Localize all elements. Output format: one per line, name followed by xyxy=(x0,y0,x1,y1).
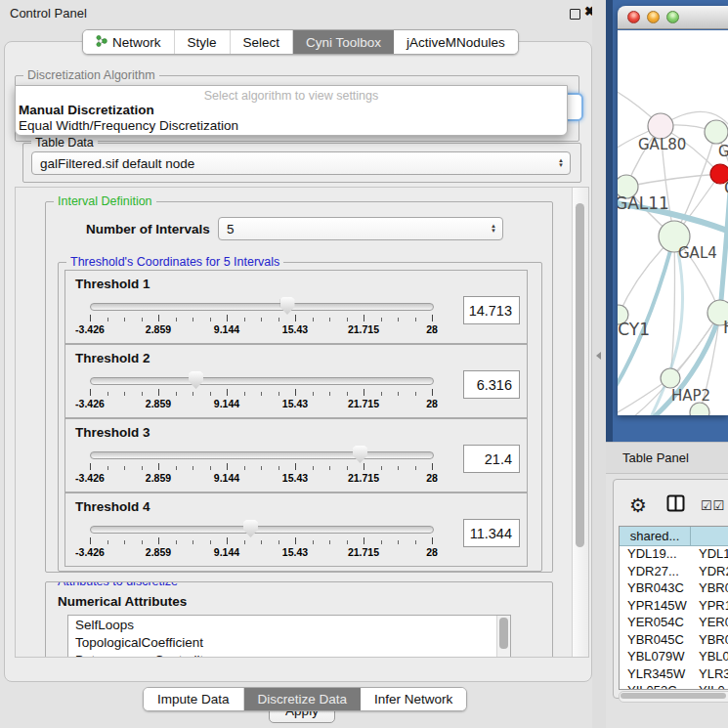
mac-zoom-icon[interactable] xyxy=(666,11,679,23)
network-node-label: GA xyxy=(718,143,728,160)
node-table[interactable]: shared... na YDL19...YDL1YDR27...YDR2YBR… xyxy=(619,526,728,690)
cell-shared-name[interactable]: YPR145W xyxy=(620,598,691,616)
cell-name[interactable]: YPR1 xyxy=(691,598,728,616)
threshold-3-slider-handle[interactable] xyxy=(353,446,367,463)
network-node[interactable] xyxy=(705,120,728,144)
threshold-2-tick-labels: -3.4262.8599.14415.4321.71528 xyxy=(65,398,527,410)
cell-shared-name[interactable]: YDR27... xyxy=(620,564,691,581)
network-view[interactable]: GAL80GAGAL11CGAL4GCY1HHAP2 xyxy=(618,30,728,415)
cell-name[interactable]: YBR0 xyxy=(691,580,728,598)
number-of-intervals-spinner[interactable]: 5 ▲▼ xyxy=(218,217,503,240)
threshold-2-ticks xyxy=(65,389,527,397)
threshold-4-slider-track[interactable] xyxy=(90,526,434,534)
threshold-4-value-field[interactable]: 11.344 xyxy=(463,519,520,547)
algorithm-dropdown-popup: Select algorithm to view settings Manual… xyxy=(15,85,568,136)
threshold-1-label: Threshold 1 xyxy=(75,277,150,291)
threshold-1-slider-track[interactable] xyxy=(90,303,434,311)
tab-jactivemnodules[interactable]: jActiveMNodules xyxy=(394,30,518,54)
mac-close-icon[interactable] xyxy=(627,11,640,23)
tab-network-label: Network xyxy=(112,35,161,50)
numerical-attributes-label: Numerical Attributes xyxy=(58,594,187,609)
threshold-4-box: Threshold 4 -3.4262.8599.14415.4321.7152… xyxy=(64,492,528,567)
tab-impute-data[interactable]: Impute Data xyxy=(144,688,244,710)
threshold-2-label: Threshold 2 xyxy=(75,351,150,365)
cell-name[interactable]: YLR3 xyxy=(691,666,728,684)
cell-shared-name[interactable]: YDL19... xyxy=(620,546,691,564)
cell-shared-name[interactable]: YBL079W xyxy=(620,649,691,666)
cell-name[interactable]: YBL0 xyxy=(691,649,728,666)
threshold-4-tick-labels: -3.4262.8599.14415.4321.71528 xyxy=(65,546,527,559)
table-row[interactable]: YER054CYER0 xyxy=(620,615,728,632)
network-node-label: GAL4 xyxy=(678,244,717,262)
tab-network[interactable]: Network xyxy=(83,30,175,54)
settings-scrollbar[interactable] xyxy=(572,188,588,657)
table-data-combobox[interactable]: galFiltered.sif default node ▲▼ xyxy=(31,151,571,175)
table-row[interactable]: YDL19...YDL1 xyxy=(620,546,728,564)
table-panel-body: ⚙ ☑☑ shared... na YDL19...YDL1YDR27...YD… xyxy=(613,479,728,699)
threshold-2-value-field[interactable]: 6.316 xyxy=(463,370,520,399)
column-layout-icon[interactable] xyxy=(666,494,685,516)
table-panel-section: Table Panel ⚙ ☑☑ shared... na YDL19...YD… xyxy=(606,442,728,728)
tab-infer-network[interactable]: Infer Network xyxy=(361,688,466,710)
threshold-2-slider-handle[interactable] xyxy=(189,371,203,389)
table-row[interactable]: YLR345WYLR3 xyxy=(620,666,728,684)
tab-discretize-data[interactable]: Discretize Data xyxy=(244,688,362,710)
tab-select[interactable]: Select xyxy=(231,30,294,54)
cell-shared-name[interactable]: YBR045C xyxy=(620,632,691,650)
threshold-1-slider-handle[interactable] xyxy=(280,297,295,315)
algorithm-option-equal-width[interactable]: Equal Width/Frequency Discretization xyxy=(19,118,238,133)
tab-cyni-toolbox[interactable]: Cyni Toolbox xyxy=(293,30,394,54)
attributes-group: Attributes to discretize Numerical Attri… xyxy=(45,581,553,658)
splitter-grip-icon[interactable] xyxy=(596,352,601,360)
column-header-name[interactable]: na xyxy=(691,527,728,546)
settings-scroll-area: Interval Definition Number of Intervals … xyxy=(15,187,589,658)
threshold-3-slider-track[interactable] xyxy=(90,451,434,459)
network-window-titlebar[interactable] xyxy=(618,6,728,29)
desktop-edge xyxy=(606,0,613,442)
cell-name[interactable]: YDL1 xyxy=(691,546,728,564)
table-row[interactable]: YBR045CYBR0 xyxy=(620,632,728,650)
cell-name[interactable]: YER0 xyxy=(691,615,728,632)
select-columns-icons[interactable]: ☑☑ xyxy=(701,498,725,513)
threshold-4-label: Threshold 4 xyxy=(75,499,150,514)
panel-title: Control Panel xyxy=(10,6,87,21)
table-row[interactable]: YBR043CYBR0 xyxy=(620,580,728,598)
threshold-3-value-field[interactable]: 21.4 xyxy=(463,445,520,473)
list-scrollbar[interactable] xyxy=(496,616,510,658)
panel-splitter[interactable] xyxy=(592,0,606,728)
list-item[interactable]: BetweennessCentrality xyxy=(75,653,210,658)
bottom-tab-bar: Impute Data Discretize Data Infer Networ… xyxy=(143,687,467,711)
column-header-shared-name[interactable]: shared... xyxy=(620,527,691,546)
table-row[interactable]: YIL052CYIL0 xyxy=(620,683,728,690)
threshold-coordinates-title: Threshold's Coordinates for 5 Intervals xyxy=(66,255,283,269)
table-row[interactable]: YPR145WYPR1 xyxy=(620,598,728,616)
mac-minimize-icon[interactable] xyxy=(647,11,660,23)
list-item[interactable]: TopologicalCoefficient xyxy=(75,635,203,650)
cell-name[interactable]: YIL0 xyxy=(691,683,728,690)
algorithm-option-manual[interactable]: Manual Discretization xyxy=(19,103,154,117)
table-panel-header: Table Panel xyxy=(606,442,728,474)
network-node[interactable] xyxy=(661,368,680,388)
cell-shared-name[interactable]: YER054C xyxy=(620,615,691,632)
threshold-1-ticks xyxy=(65,315,527,322)
settings-scrollbar-thumb[interactable] xyxy=(576,203,584,547)
table-hscrollbar[interactable] xyxy=(619,691,728,703)
table-row[interactable]: YBL079WYBL0 xyxy=(620,649,728,666)
cell-shared-name[interactable]: YLR345W xyxy=(620,666,691,684)
cell-shared-name[interactable]: YIL052C xyxy=(620,683,691,690)
threshold-1-value-field[interactable]: 14.713 xyxy=(463,296,520,324)
table-row[interactable]: YDR27...YDR2 xyxy=(620,564,728,581)
cell-name[interactable]: YDR2 xyxy=(691,564,728,581)
list-item[interactable]: SelfLoops xyxy=(75,618,134,632)
cell-shared-name[interactable]: YBR043C xyxy=(620,580,691,598)
tab-style[interactable]: Style xyxy=(175,30,231,54)
gear-icon[interactable]: ⚙ xyxy=(629,493,647,517)
table-rows: YDL19...YDL1YDR27...YDR2YBR043CYBR0YPR14… xyxy=(620,546,728,690)
threshold-4-slider-handle[interactable] xyxy=(243,520,258,537)
network-icon xyxy=(96,34,107,51)
table-header-row: shared... na xyxy=(620,527,728,546)
table-panel-title: Table Panel xyxy=(622,450,689,465)
float-window-icon[interactable] xyxy=(570,9,580,20)
threshold-2-slider-track[interactable] xyxy=(90,377,434,385)
cell-name[interactable]: YBR0 xyxy=(691,632,728,650)
